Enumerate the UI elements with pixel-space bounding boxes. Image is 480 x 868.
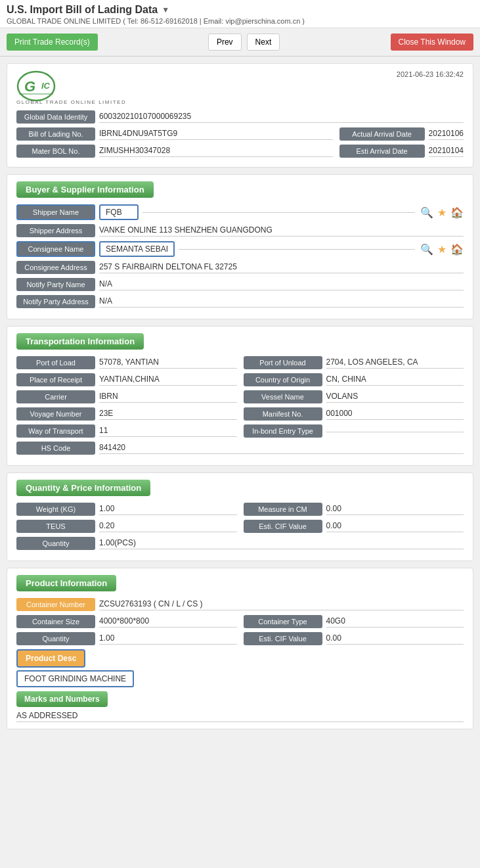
marks-and-numbers-button[interactable]: Marks and Numbers [16, 691, 108, 707]
shipper-star-icon[interactable]: ★ [437, 206, 447, 219]
toolbar: Print Trade Record(s) Prev Next Close Th… [0, 28, 480, 57]
notify-party-address-row: Notify Party Address N/A [16, 295, 464, 308]
receipt-origin-row: Place of Receipt YANTIAN,CHINA Country o… [16, 373, 464, 386]
prev-button[interactable]: Prev [208, 34, 242, 51]
esti-arrival-value: 20210104 [429, 146, 464, 157]
consignee-search-icon[interactable]: 🔍 [420, 243, 433, 256]
carrier-value: IBRN [99, 392, 237, 403]
shipper-name-value: FQB [99, 204, 139, 220]
quantity-price-title: Quantity & Price Information [16, 480, 150, 496]
weight-kg-group: Weight (KG) 1.00 [16, 503, 237, 516]
timestamp: 2021-06-23 16:32:42 [397, 70, 464, 78]
teus-group: TEUS 0.20 [16, 520, 237, 533]
bol-no-group: Bill of Lading No. IBRNL4DNU9AT5TG9 [16, 127, 333, 141]
transportation-title: Transportation Information [16, 333, 144, 350]
in-bond-entry-value [326, 430, 464, 432]
voyage-number-label: Voyage Number [16, 407, 95, 421]
container-size-type-row: Container Size 4000*800*800 Container Ty… [16, 615, 464, 628]
shipper-search-icon[interactable]: 🔍 [420, 206, 433, 219]
port-of-load-label: Port of Load [16, 356, 95, 369]
esti-cif-label: Esti. CIF Value [244, 520, 322, 533]
weight-kg-label: Weight (KG) [16, 503, 95, 516]
shipper-icons: 🔍 ★ 🏠 [420, 206, 464, 219]
shipper-address-value: VANKE ONLINE 113 SHENZHEN GUANGDONG [99, 225, 464, 237]
shipper-home-icon[interactable]: 🏠 [450, 206, 464, 219]
buyer-supplier-title: Buyer & Supplier Information [16, 181, 154, 198]
quantity-price-card: Quantity & Price Information Weight (KG)… [7, 472, 473, 561]
top-bar: U.S. Import Bill of Lading Data ▼ GLOBAL… [0, 0, 480, 28]
dropdown-arrow-icon[interactable]: ▼ [162, 5, 169, 14]
product-card: Product Information Container Number ZCS… [7, 568, 473, 729]
notify-party-address-label: Notify Party Address [16, 295, 95, 308]
vessel-name-label: Vessel Name [244, 390, 322, 403]
product-esti-cif-value: 0.00 [326, 633, 464, 645]
country-of-origin-group: Country of Origin CN, CHINA [244, 373, 464, 386]
product-title: Product Information [16, 575, 116, 591]
page-title: U.S. Import Bill of Lading Data ▼ [7, 4, 473, 16]
actual-arrival-group: Actual Arrival Date 20210106 [339, 127, 464, 141]
esti-arrival-group: Esti Arrival Date 20210104 [339, 145, 464, 158]
way-of-transport-label: Way of Transport [16, 424, 95, 438]
actual-arrival-value: 20210106 [429, 129, 464, 140]
mater-bol-label: Mater BOL No. [16, 145, 95, 158]
main-content: G IC GLOBAL TRADE ONLINE LIMITED 2021-06… [0, 57, 480, 742]
carrier-vessel-row: Carrier IBRN Vessel Name VOLANS [16, 390, 464, 403]
place-of-receipt-label: Place of Receipt [16, 373, 95, 386]
logo-gic: G IC [16, 70, 76, 102]
logo-company-name: GLOBAL TRADE ONLINE LIMITED [16, 99, 126, 105]
container-number-value: ZCSU2763193 ( CN / L / CS ) [99, 599, 464, 610]
consignee-address-row: Consignee Address 257 S FAIRBAIRN DELTON… [16, 261, 464, 274]
port-of-unload-label: Port of Unload [244, 356, 322, 369]
mater-bol-value: ZIMUSHH30347028 [99, 146, 333, 157]
container-size-value: 4000*800*800 [99, 616, 237, 628]
svg-text:IC: IC [41, 81, 51, 91]
subtitle-text: GLOBAL TRADE ONLINE LIMITED ( Tel: 86-51… [7, 17, 473, 25]
buyer-supplier-card: Buyer & Supplier Information Shipper Nam… [7, 174, 473, 319]
consignee-address-value: 257 S FAIRBAIRN DELTONA FL 32725 [99, 262, 464, 273]
consignee-name-row: Consignee Name SEMANTA SEBAI 🔍 ★ 🏠 [16, 241, 464, 257]
esti-cif-group: Esti. CIF Value 0.00 [244, 520, 464, 533]
esti-cif-value: 0.00 [326, 521, 464, 532]
product-qty-label: Quantity [16, 632, 95, 645]
country-of-origin-label: Country of Origin [244, 373, 322, 386]
port-row: Port of Load 57078, YANTIAN Port of Unlo… [16, 356, 464, 369]
place-of-receipt-value: YANTIAN,CHINA [99, 375, 237, 386]
shipper-address-row: Shipper Address VANKE ONLINE 113 SHENZHE… [16, 224, 464, 237]
product-esti-cif-group: Esti. CIF Value 0.00 [244, 632, 464, 645]
mater-bol-group: Mater BOL No. ZIMUSHH30347028 [16, 145, 333, 158]
weight-kg-value: 1.00 [99, 504, 237, 515]
consignee-name-label: Consignee Name [16, 241, 95, 257]
print-button[interactable]: Print Trade Record(s) [7, 34, 98, 51]
teus-value: 0.20 [99, 521, 237, 532]
voyage-number-group: Voyage Number 23E [16, 407, 237, 421]
shipper-name-row: Shipper Name FQB 🔍 ★ 🏠 [16, 204, 464, 220]
place-of-receipt-group: Place of Receipt YANTIAN,CHINA [16, 373, 237, 386]
next-button[interactable]: Next [247, 34, 280, 51]
close-button[interactable]: Close This Window [391, 34, 473, 51]
voyage-manifest-row: Voyage Number 23E Manifest No. 001000 [16, 407, 464, 421]
transportation-card: Transportation Information Port of Load … [7, 326, 473, 466]
bol-no-label: Bill of Lading No. [16, 127, 95, 141]
product-esti-cif-label: Esti. CIF Value [244, 632, 322, 645]
container-type-value: 40G0 [326, 616, 464, 628]
measure-cm-label: Measure in CM [244, 503, 322, 516]
notify-party-name-row: Notify Party Name N/A [16, 278, 464, 291]
way-inbond-row: Way of Transport 11 In-bond Entry Type [16, 424, 464, 438]
vessel-name-group: Vessel Name VOLANS [244, 390, 464, 403]
quantity-value: 1.00(PCS) [99, 538, 464, 549]
product-desc-section: Product Desc FOOT GRINDING MACHINE [16, 649, 464, 687]
esti-arrival-label: Esti Arrival Date [339, 145, 425, 158]
product-qty-group: Quantity 1.00 [16, 632, 237, 645]
quantity-row: Quantity 1.00(PCS) [16, 537, 464, 550]
container-size-group: Container Size 4000*800*800 [16, 615, 237, 628]
consignee-star-icon[interactable]: ★ [437, 243, 447, 256]
consignee-home-icon[interactable]: 🏠 [450, 243, 464, 256]
global-data-identity-label: Global Data Identity [16, 110, 95, 124]
hs-code-label: HS Code [16, 442, 95, 455]
mater-bol-row: Mater BOL No. ZIMUSHH30347028 Esti Arriv… [16, 145, 464, 158]
bol-no-value: IBRNL4DNU9AT5TG9 [99, 129, 333, 140]
notify-party-name-label: Notify Party Name [16, 278, 95, 291]
container-type-group: Container Type 40G0 [244, 615, 464, 628]
port-of-load-value: 57078, YANTIAN [99, 357, 237, 369]
notify-party-name-value: N/A [99, 279, 464, 290]
